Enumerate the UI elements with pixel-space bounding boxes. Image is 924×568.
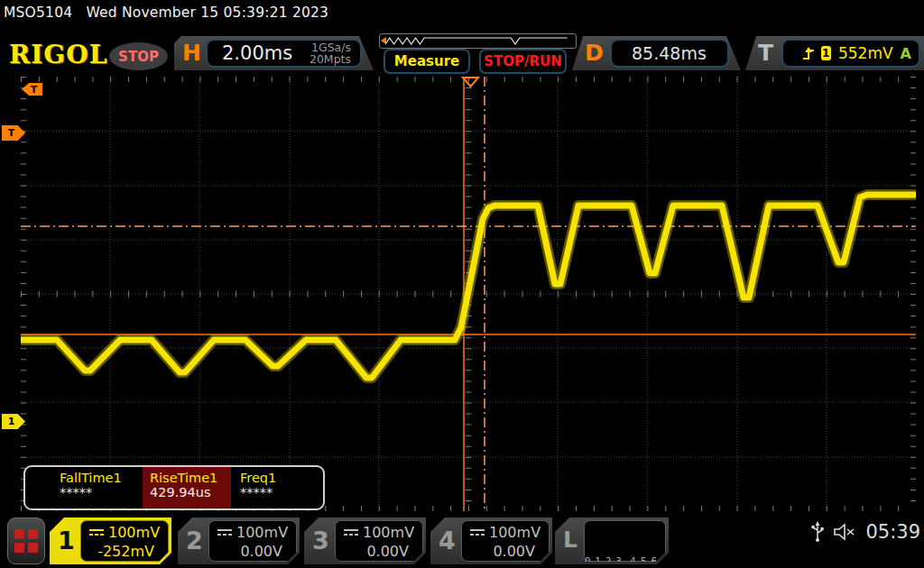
menu-grid-icon [14, 529, 38, 553]
oscilloscope-screen: MSO5104 Wed November 15 05:39:21 2023 RI… [0, 0, 924, 568]
dc-coupling-icon [217, 529, 232, 536]
header-bar: RIGOL STOP H 2.00ms 1GSa/s 20Mpts Measur… [0, 32, 924, 72]
trigger-mode: A [901, 45, 911, 62]
logic-row1: 0 1 2 3 4 5 6 7 [585, 554, 665, 568]
timebase-box[interactable]: 2.00ms 1GSa/s 20Mpts [206, 39, 362, 68]
trigger-box: 1 552mV A [781, 39, 920, 68]
zigzag-icon [385, 34, 570, 48]
trigger-position-triangle-icon[interactable] [463, 78, 478, 87]
channel-tab-2[interactable]: 2 100mV 0.00V [178, 518, 300, 564]
rigol-logo: RIGOL [9, 40, 107, 69]
usb-icon [811, 521, 824, 543]
channel-tab-3[interactable]: 3 100mV 0.00V [304, 518, 426, 564]
measurement-falltime[interactable]: FallTime1 ***** [25, 467, 143, 508]
speaker-muted-icon[interactable] [833, 523, 856, 541]
delay-label: D [585, 40, 604, 66]
run-state-indicator[interactable]: STOP [109, 42, 168, 70]
channel-tab-4[interactable]: 4 100mV 0.00V [430, 518, 552, 564]
channel4-offset: 0.00V [462, 543, 549, 560]
memory-depth: 20Mpts [310, 53, 351, 65]
channel-status-bar: 1 100mV -252mV 2 100mV 0.00V 3 100mV 0.0… [0, 514, 924, 568]
main-menu-button[interactable] [7, 518, 45, 564]
stop-run-button[interactable]: STOP/RUN [479, 49, 567, 74]
delay-value: 85.48ms [612, 43, 707, 63]
dc-coupling-icon [344, 529, 358, 536]
trigger-source-badge: 1 [821, 46, 831, 60]
measurement-freq[interactable]: Freq1 ***** [231, 467, 323, 508]
channel3-scale: 100mV [363, 524, 414, 541]
waveform-display [21, 77, 916, 511]
channel1-scale: 100mV [108, 524, 160, 541]
measurement-risetime-selected[interactable]: RiseTime1 429.94us [143, 467, 231, 508]
measure-button[interactable]: Measure [383, 49, 470, 74]
channel2-scale: 100mV [236, 524, 288, 541]
trigger-label: T [758, 40, 773, 66]
model-name: MSO5104 [4, 5, 72, 21]
horizontal-label: H [182, 40, 201, 66]
delay-tab[interactable]: D 85.48ms [572, 36, 741, 70]
channel4-scale: 100mV [489, 524, 541, 541]
memory-waveform-zigzag[interactable] [379, 33, 577, 49]
datetime: Wed November 15 05:39:21 2023 [86, 5, 328, 21]
channel3-offset: 0.00V [336, 543, 422, 560]
channel2-offset: 0.00V [209, 543, 296, 560]
rising-edge-icon [801, 46, 814, 61]
delay-box: 85.48ms [610, 39, 729, 68]
channel-tab-1[interactable]: 1 100mV -252mV [50, 518, 171, 564]
dc-coupling-icon [89, 529, 104, 536]
measurement-panel[interactable]: FallTime1 ***** RiseTime1 429.94us Freq1… [23, 465, 325, 510]
channel1-offset: -252mV [81, 543, 168, 560]
dc-coupling-icon [470, 529, 485, 536]
status-clock: 05:39 [865, 521, 920, 543]
timebase-value: 2.00ms [208, 42, 310, 64]
horizontal-settings-tab[interactable]: H 2.00ms 1GSa/s 20Mpts [174, 36, 374, 70]
title-bar: MSO5104 Wed November 15 05:39:21 2023 [4, 5, 328, 21]
logic-channels-tab[interactable]: L 0 1 2 3 4 5 6 7 8 9 1011 12131415 [555, 518, 669, 564]
trigger-settings-tab[interactable]: T 1 552mV A [745, 36, 924, 70]
trigger-level-value: 552mV [838, 44, 893, 62]
